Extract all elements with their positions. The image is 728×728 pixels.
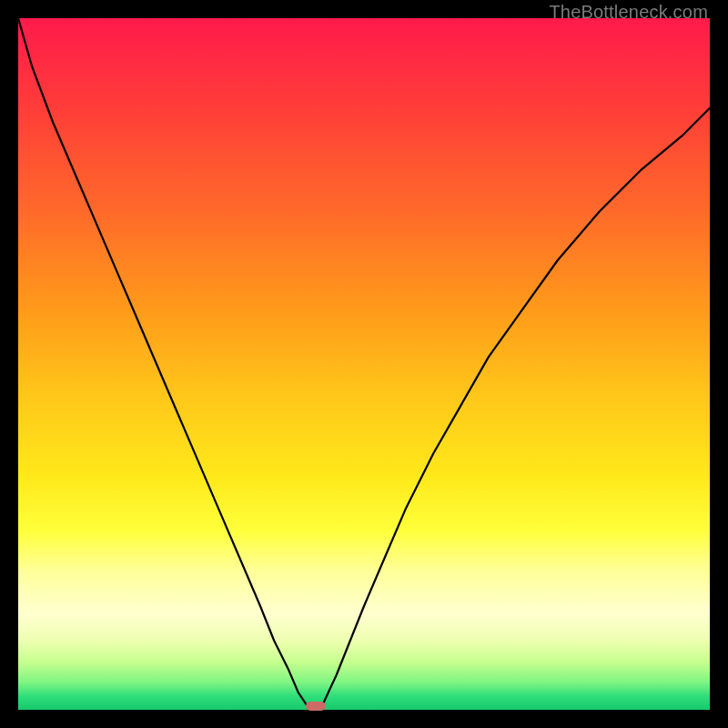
optimal-marker (306, 702, 326, 711)
chart-gradient-area (18, 18, 710, 710)
chart-stage: TheBottleneck.com (0, 0, 728, 728)
watermark-text: TheBottleneck.com (549, 2, 708, 23)
